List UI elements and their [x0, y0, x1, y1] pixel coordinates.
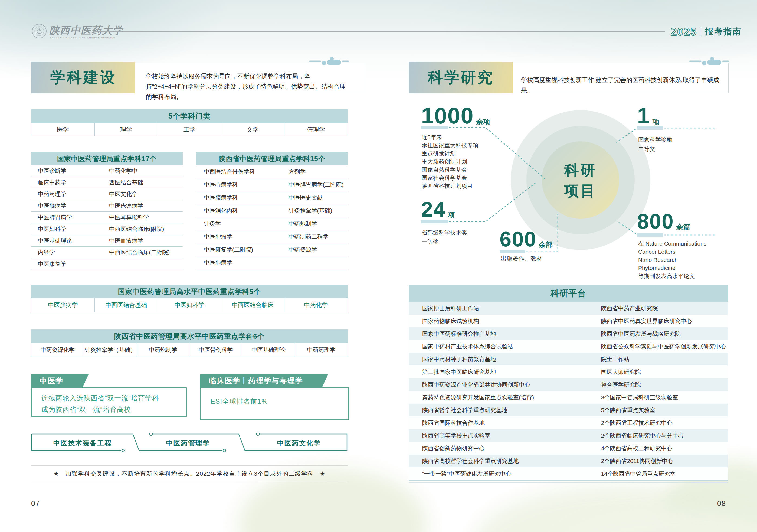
- province-high-table: 陕西省中医药管理局高水平中医药重点学科6个 中药资源化学 针灸推拿学（基础） 中…: [31, 329, 348, 357]
- table-row: 内经学中西医结合临床(二附院): [31, 247, 183, 258]
- national-key-table: 国家中医药管理局重点学科17个 中医诊断学中药化学中 临床中药学西医结合基础 中…: [31, 152, 183, 270]
- clinical-box: ESI全球排名前1%: [200, 388, 349, 420]
- platform-cell: 国家中药材种子种苗繁育基地: [409, 356, 601, 363]
- platform-cell: 陕西省公众科学素质与中医药学创新发展研究中心: [601, 343, 728, 350]
- platform-cell: 国家博士后科研工作站: [409, 304, 601, 312]
- stat-papers-number: 800 余篇: [637, 211, 690, 231]
- platform-cell: 国医大师研究院: [601, 368, 728, 376]
- platforms-title: 科研平台: [409, 285, 728, 302]
- category-cell: 文学: [221, 123, 284, 136]
- cloud-icon: [689, 56, 729, 68]
- platform-cell: 陕西省高等学校重点实验室: [409, 432, 601, 439]
- table-row: 中医基础理论中医血液病学: [31, 235, 183, 247]
- discipline-cell: 中医康复学: [31, 260, 109, 268]
- national-high-title: 国家中医药管理局高水平中医药重点学科5个: [31, 285, 348, 298]
- table-row: 中医心病学科中医脾胃病学(二附院): [196, 178, 348, 191]
- discipline-footnote: ★ 加强学科交叉建设，不断培育新的学科增长点。2022年学校自主设立3个目录外的…: [31, 465, 348, 482]
- research-infographic: 科研 项目 1000 余项 近5年来 承担国家重大科技专项 重点研发计划 重大新…: [409, 103, 728, 282]
- national-key-title: 国家中医药管理局重点学科17个: [31, 152, 183, 165]
- platform-cell: 陕西省国际科技合作基地: [409, 419, 601, 427]
- discipline-cell: 中医脾胃病学(二附院): [289, 181, 348, 188]
- table-row: 临床中药学西医结合基础: [31, 177, 183, 188]
- header-divider: [93, 31, 665, 32]
- national-high-cells: 中医脑病学 中西医结合基础 中医妇科学 中西医结合临床 中药化学: [31, 298, 348, 312]
- discipline-cell: 中西医结合临床: [221, 298, 284, 312]
- platform-row: “一带一路”中医药健康发展研究中心14个陕西省中管局重点研究室: [409, 467, 728, 480]
- discipline-cell: 中医肿瘤学: [196, 233, 289, 240]
- table-row: 中医脾胃病学中医耳鼻喉科学: [31, 212, 183, 223]
- platform-cell: 5个陕西省重点实验室: [601, 406, 728, 414]
- discipline-cell: 中西医结合基础: [94, 298, 158, 312]
- category-cell: 理学: [94, 123, 158, 136]
- discipline-cell: 中医妇科学: [31, 225, 109, 233]
- table-row: 中医诊断学中药化学中: [31, 165, 183, 177]
- tab-tcm: 中医学: [31, 374, 88, 388]
- tcm-line: 连续两轮入选陕西省“双一流”培育学科: [42, 392, 186, 404]
- table-row: 中医消化内科针灸推拿学(基础): [196, 204, 348, 217]
- platform-cell: 陕西省高校哲学社会科学重点研究基地: [409, 457, 601, 465]
- stat-awards-number: 24 项: [421, 199, 455, 219]
- discipline-cell: 中医医史文献: [289, 194, 348, 202]
- discipline-cell: 中医肺病学: [196, 259, 289, 266]
- table-row: 中医妇科学中西医结合临床(附院): [31, 223, 183, 235]
- discipline-cell: 中医脑病学: [31, 202, 109, 209]
- platform-row: 秦药特色资源研究开发国家重点实验室(培育)3个国家中管局科研三级实验室: [409, 391, 728, 404]
- discipline-cell: 中医血液病学: [109, 237, 183, 244]
- discipline-cell: 中医脾胃病学: [31, 214, 109, 221]
- center-label-line: 项目: [543, 180, 619, 201]
- platforms-rows: 国家博士后科研工作站陕西省中药产业研究院 国家药物临床试验机构陕西省中医药真实世…: [409, 302, 728, 481]
- platform-cell: 院士工作站: [601, 356, 728, 363]
- stat-national-award-lines: 国家科学奖励 二等奖: [638, 135, 672, 154]
- category-cell: 医学: [31, 123, 94, 136]
- university-name: 陕西中医药大学: [49, 24, 123, 37]
- discipline-cell: 中西医结合临床(附院): [109, 225, 183, 233]
- discipline-cell: 中医脑病学: [31, 298, 94, 312]
- discipline-cell: 中药炮制学: [289, 220, 348, 228]
- page-number-left: 07: [31, 499, 40, 508]
- platform-cell: 国家中医药标准研究推广基地: [409, 330, 601, 338]
- edition-year: 2025: [671, 26, 697, 37]
- interdisciplinary-ribbon: 中医技术装备工程 中医药管理学 中医药文化学: [31, 433, 348, 452]
- university-seal-icon: [31, 23, 47, 40]
- platform-row: 陕西省创新药物研究中心4个陕西省高校工程研究中心: [409, 442, 728, 454]
- platform-row: 陕西省高等学校重点实验室2个陕西省临床研究中心与分中心: [409, 429, 728, 442]
- discipline-cell: 西医结合基础: [109, 179, 183, 186]
- table-row: 中医康复学: [31, 258, 183, 270]
- category-table: 5个学科门类 医学 理学 工学 文学 管理学: [31, 109, 348, 137]
- discipline-cell: 临床中药学: [31, 179, 109, 186]
- platform-row: 国家博士后科研工作站陕西省中药产业研究院: [409, 302, 728, 315]
- discipline-cell: 中药药理学: [295, 343, 348, 357]
- platform-cell: 2个陕西省临床研究中心与分中心: [601, 432, 728, 439]
- platform-row: 陕西中药资源产业化省部共建协同创新中心整合医学研究院: [409, 378, 728, 391]
- category-cell: 管理学: [284, 123, 348, 136]
- platform-cell: 国家中药材产业技术体系综合试验站: [409, 343, 601, 350]
- edition-badge: 2025 报考指南: [671, 26, 742, 37]
- platform-cell: 国家药物临床试验机构: [409, 317, 601, 325]
- section-title-discipline: 学科建设: [31, 62, 135, 93]
- table-row: 中药药理学中医文化学: [31, 188, 183, 200]
- section-title-research: 科学研究: [409, 62, 513, 93]
- platform-cell: 陕西省中药产业研究院: [601, 304, 728, 312]
- platform-cell: 14个陕西省中管局重点研究室: [601, 470, 728, 478]
- stat-projects-lines: 近5年来 承担国家重大科技专项 重点研发计划 重大新药创制计划 国家自然科学基金…: [422, 133, 478, 190]
- table-row: 中医康复学(二附院)中药资源学: [196, 243, 348, 256]
- tab-clinical: 临床医学丨药理学与毒理学: [200, 374, 328, 388]
- discipline-cell: 中医文化学: [109, 190, 183, 198]
- discipline-cell: 中西医结合临床(二附院): [109, 249, 183, 256]
- platform-cell: 陕西省哲学社会科学重点研究基地: [409, 406, 601, 414]
- stat-awards-lines: 省部级科学技术奖 一等奖: [422, 228, 467, 246]
- discipline-cell: 内经学: [31, 249, 109, 256]
- platform-row: 国家中药材产业技术体系综合试验站陕西省公众科学素质与中医药学创新发展研究中心: [409, 340, 728, 353]
- table-row: 中医脑病学科中医医史文献: [196, 191, 348, 204]
- esi-line: ESI全球排名前1%: [211, 395, 348, 407]
- page-number-right: 08: [717, 499, 726, 508]
- category-table-title: 5个学科门类: [31, 109, 348, 123]
- discipline-cell: 方剂学: [289, 168, 348, 175]
- discipline-cell: 中医骨伤科学: [189, 343, 242, 357]
- platforms-table: 科研平台 国家博士后科研工作站陕西省中药产业研究院 国家药物临床试验机构陕西省中…: [409, 285, 728, 481]
- discipline-cell: 中药化学: [284, 298, 348, 312]
- province-key-title: 陕西省中医药管理局重点学科15个: [196, 152, 348, 165]
- table-row: 中西医结合骨伤学科方剂学: [196, 165, 348, 178]
- center-label: 科研 项目: [543, 160, 619, 201]
- tcm-line: 成为陕西省“双一流”培育高校: [42, 404, 186, 415]
